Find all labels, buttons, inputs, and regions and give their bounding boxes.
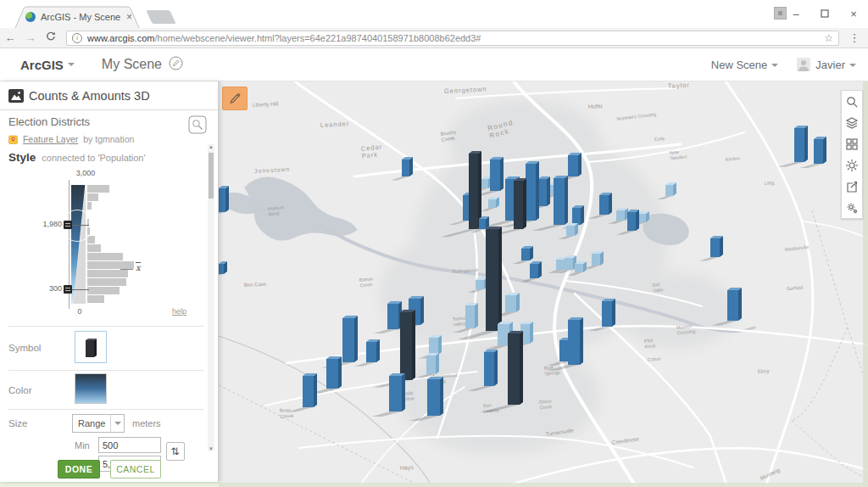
feature-layer-link[interactable]: Feature Layer (23, 134, 78, 144)
extruded-bar[interactable] (426, 353, 439, 374)
extruded-bar[interactable] (389, 373, 405, 411)
scroll-up-icon[interactable]: ▲ (208, 144, 214, 149)
scene-view[interactable]: Liberty HillGeorgetownLeanderBrushyCreek… (219, 81, 868, 487)
brand-chevron-icon[interactable] (68, 63, 75, 66)
address-bar[interactable]: i www.arcgis.com /home/webscene/viewer.h… (66, 31, 839, 46)
extruded-bar[interactable] (710, 236, 723, 257)
done-button[interactable]: DONE (58, 460, 100, 479)
extruded-bar[interactable] (366, 339, 380, 362)
window-close-button[interactable]: × (839, 8, 868, 20)
scrollbar-thumb[interactable] (209, 153, 214, 199)
extruded-bar[interactable] (342, 316, 358, 362)
window-minimize-button[interactable]: – (782, 8, 810, 20)
extruded-bar[interactable] (727, 288, 742, 321)
tab-close-icon[interactable]: × (126, 11, 132, 23)
extruded-bar[interactable] (566, 223, 578, 236)
extruded-bar[interactable] (219, 261, 227, 274)
extruded-bar[interactable] (429, 335, 442, 355)
page-info-icon[interactable]: i (72, 33, 82, 43)
min-size-input[interactable] (98, 437, 161, 453)
user-chevron-icon (849, 64, 856, 67)
extruded-bar[interactable] (326, 356, 342, 389)
extruded-bar[interactable] (505, 293, 520, 312)
swap-min-max-button[interactable]: ⇄ (166, 442, 185, 461)
extruded-bar[interactable] (538, 176, 550, 206)
cancel-button[interactable]: CANCEL (110, 460, 161, 479)
extruded-bar[interactable] (514, 178, 526, 229)
arcgis-brand[interactable]: ArcGIS (20, 58, 64, 72)
extruded-bar[interactable] (303, 373, 317, 407)
browser-tab[interactable]: ArcGIS - My Scene × (14, 6, 141, 28)
settings-tool-icon[interactable] (842, 197, 862, 218)
extruded-bar[interactable] (814, 137, 826, 164)
extruded-bar[interactable] (568, 317, 583, 365)
extruded-bar[interactable] (616, 208, 628, 221)
map-label: Colton (647, 355, 660, 362)
upper-slider-handle[interactable] (64, 221, 72, 229)
search-tool-icon[interactable] (842, 91, 862, 112)
lower-slider-handle[interactable] (64, 285, 72, 294)
color-label: Color (8, 385, 31, 395)
extruded-bar[interactable] (592, 251, 604, 266)
edit-title-icon[interactable] (169, 56, 183, 74)
scroll-down-icon[interactable]: ▼ (208, 446, 214, 451)
share-tool-icon[interactable] (842, 176, 862, 197)
extruded-bar[interactable] (476, 277, 487, 289)
new-scene-menu[interactable]: New Scene (711, 59, 778, 71)
extruded-bar[interactable] (794, 126, 808, 162)
extruded-bar[interactable] (400, 310, 415, 380)
map-label: BartonCreek (359, 276, 373, 288)
extruded-bar[interactable] (521, 246, 533, 260)
back-icon[interactable]: ← (0, 31, 20, 44)
extruded-bar[interactable] (490, 157, 504, 191)
divider (8, 326, 203, 327)
extruded-bar[interactable] (599, 193, 612, 215)
extruded-bar[interactable] (508, 331, 523, 405)
basemap-canvas[interactable]: Liberty HillGeorgetownLeanderBrushyCreek… (219, 81, 868, 487)
extruded-bar[interactable] (627, 210, 639, 231)
extruded-bar[interactable] (572, 205, 584, 225)
help-link[interactable]: help (172, 307, 186, 316)
extruded-bar[interactable] (665, 182, 676, 196)
extruded-bar[interactable] (469, 151, 481, 229)
map-label: Leander (320, 120, 350, 129)
forward-icon[interactable]: → (20, 31, 41, 44)
extruded-bar[interactable] (530, 261, 542, 278)
panel-scrollbar[interactable]: ▲ ▼ (208, 144, 214, 451)
extruded-bar[interactable] (637, 211, 649, 222)
extruded-bar[interactable] (486, 227, 502, 331)
extruded-bar[interactable] (526, 161, 539, 221)
browser-menu-icon[interactable]: ⋮ (846, 31, 863, 44)
extruded-bar[interactable] (219, 186, 229, 212)
map-ground-sliver (0, 482, 219, 487)
color-ramp-swatch[interactable] (75, 373, 107, 404)
extruded-bar[interactable] (427, 377, 443, 416)
new-tab-button[interactable] (146, 10, 175, 24)
extruded-bar[interactable] (488, 197, 499, 208)
extruded-bar[interactable] (575, 261, 587, 272)
window-maximize-button[interactable] (810, 8, 839, 20)
upper-handle-line (72, 225, 89, 226)
layer-search-icon[interactable] (188, 115, 207, 134)
daylight-tool-icon[interactable] (842, 154, 862, 176)
extruded-bar[interactable] (554, 176, 568, 225)
layers-tool-icon[interactable] (842, 112, 862, 133)
symbol-swatch[interactable] (75, 331, 107, 363)
lower-handle-value: 300 (39, 284, 62, 293)
reload-icon[interactable] (41, 31, 61, 44)
basemap-tool-icon[interactable] (842, 133, 862, 154)
extruded-bar[interactable] (565, 255, 576, 270)
edit-style-button[interactable] (222, 87, 248, 110)
user-menu[interactable]: Javier (815, 59, 856, 71)
extruded-bar[interactable] (465, 303, 478, 328)
extruded-bar[interactable] (568, 153, 581, 176)
extruded-bar[interactable] (387, 301, 402, 329)
size-mode-select[interactable]: Range (72, 414, 125, 433)
extruded-bar[interactable] (484, 350, 498, 386)
counts-amounts-icon (8, 89, 24, 103)
extruded-bar[interactable] (479, 216, 489, 229)
extruded-bar[interactable] (602, 299, 615, 327)
slider-max-label: 3,000 (70, 169, 102, 177)
extruded-bar[interactable] (402, 157, 413, 176)
bookmark-star-icon[interactable]: ☆ (824, 32, 833, 44)
